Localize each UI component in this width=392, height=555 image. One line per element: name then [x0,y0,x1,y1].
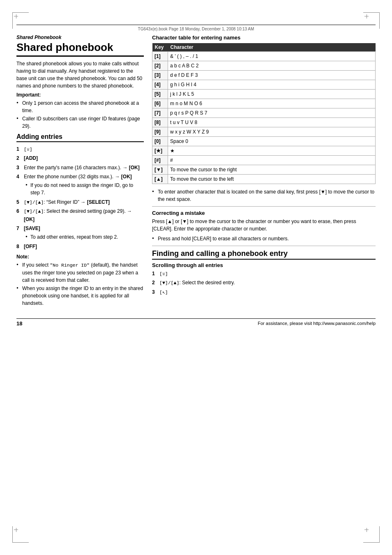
step-num-8: 8 [16,243,22,251]
char-table-char-11: # [168,156,376,165]
char-table-row-12: [▼]To move the cursor to the right [152,165,376,175]
char-table-key-2: [3] [152,71,168,80]
char-table-key-0: [1] [152,52,168,61]
step-4-bullet: If you do not need to assign the ringer … [25,182,144,196]
char-note: To enter another character that is locat… [152,188,376,203]
char-table-key-13: [▲] [152,175,168,184]
step-num-1: 1 [16,145,22,153]
char-table-header-char: Character [168,43,376,52]
scroll-step-1: 1 [☏] [152,270,376,278]
char-table-row-3: [4]g h i G H I 4 [152,80,376,90]
note-bullet-1: If you select "No Ringer ID" (default), … [16,261,144,283]
step-content-7: [SAVE] To add other entries, repeat from… [24,225,144,242]
important-bullet-1: Only 1 person can access the shared phon… [16,99,144,114]
scroll-step-2: 2 [▼]/[▲]: Select the desired entry. [152,279,376,287]
step-content-8: [OFF] [24,243,144,251]
char-table-char-8: w x y z W X Y Z 9 [168,127,376,137]
corner-mark-bl [12,526,29,543]
char-table-char-10: ★ [168,146,376,156]
note-label: Note: [16,254,144,260]
char-table-char-3: g h i G H I 4 [168,80,376,90]
char-table-key-12: [▼] [152,165,168,175]
correcting-bullets: Press and hold [CLEAR] to erase all char… [152,235,376,242]
step-content-2: [ADD] [24,154,144,162]
char-table-row-2: [3]d e f D E F 3 [152,71,376,80]
char-table-row-8: [9]w x y z W X Y Z 9 [152,127,376,137]
scroll-step-num-2: 2 [152,279,158,287]
step-2: 2 [ADD] [16,154,144,162]
step-content-1: [☏] [24,145,144,153]
char-table-row-10: [★]★ [152,146,376,156]
step-7-bullet: To add other entries, repeat from step 2… [25,233,144,241]
char-table-char-2: d e f D E F 3 [168,71,376,80]
footer: 18 For assistance, please visit http://w… [16,318,376,327]
char-table-key-11: [#] [152,156,168,165]
char-table-key-9: [0] [152,137,168,146]
scroll-step-num-1: 1 [152,270,158,278]
intro-text: The shared phonebook allows you to make … [16,60,144,90]
step-num-4: 4 [16,173,22,197]
char-table-char-4: j k l J K L 5 [168,90,376,99]
step-1: 1 [☏] [16,145,144,153]
important-bullets: Only 1 person can access the shared phon… [16,99,144,130]
content-area: Shared Phonebook Shared phonebook The sh… [16,35,376,310]
char-table-row-7: [8]t u v T U V 8 [152,118,376,127]
step-7: 7 [SAVE] To add other entries, repeat fr… [16,225,144,242]
scroll-step-content-2: [▼]/[▲]: Select the desired entry. [159,279,376,287]
char-table-char-0: & ’ ( ) , – . / 1 [168,52,376,61]
correcting-text: Press [▲] or [▼] to move the cursor to t… [152,218,376,233]
char-table-header-key: Key [152,43,168,52]
char-table-row-11: [#]# [152,156,376,165]
adding-entries-title: Adding entries [16,133,144,142]
divider-1 [152,206,376,207]
step-8: 8 [OFF] [16,243,144,251]
char-note-list: To enter another character that is locat… [152,188,376,203]
step-3: 3 Enter the party's name (16 characters … [16,164,144,172]
step-num-5: 5 [16,198,22,206]
char-table-char-9: Space 0 [168,137,376,146]
char-table-char-6: p q r s P Q R S 7 [168,108,376,118]
scrolling-title: Scrolling through all entries [152,262,376,268]
step-4: 4 Enter the phone number (32 digits max.… [16,173,144,197]
char-table-key-10: [★] [152,146,168,156]
meta-line: TG643x(e).book Page 18 Monday, December … [16,25,376,31]
scrolling-steps: 1 [☏] 2 [▼]/[▲]: Select the desired entr… [152,270,376,296]
step-num-3: 3 [16,164,22,172]
char-table-key-5: [6] [152,99,168,108]
char-table-char-1: a b c A B C 2 [168,61,376,71]
step-content-3: Enter the party's name (16 characters ma… [24,164,144,172]
note-section: Note: If you select "No Ringer ID" (defa… [16,254,144,306]
char-table-key-7: [8] [152,118,168,127]
section-header: Shared Phonebook [16,35,144,40]
char-table-char-7: t u v T U V 8 [168,118,376,127]
char-table-key-1: [2] [152,61,168,71]
important-label: Important: [16,92,144,98]
char-table-key-6: [7] [152,108,168,118]
char-table-title: Character table for entering names [152,35,376,41]
note-bullet-2: When you assign the ringer ID to an entr… [16,285,144,307]
page-outer: TG643x(e).book Page 18 Monday, December … [0,0,392,555]
char-table-key-3: [4] [152,80,168,90]
steps-list: 1 [☏] 2 [ADD] 3 Enter the party's name (… [16,145,144,251]
scroll-step-content-1: [☏] [159,270,376,278]
char-table-row-6: [7]p q r s P Q R S 7 [152,108,376,118]
step-num-2: 2 [16,154,22,162]
step-content-5: [▼]/[▲]: “Set Ringer ID” → [SELECT] [24,198,144,206]
char-table: Key Character [1]& ’ ( ) , – . / 1[2]a b… [152,43,376,184]
important-bullet-2: Caller ID subscribers can use ringer ID … [16,115,144,130]
step-num-6: 6 [16,207,22,223]
char-table-char-13: To move the cursor to the left [168,175,376,184]
scroll-step-3: 3 [↖] [152,288,376,296]
step-5: 5 [▼]/[▲]: “Set Ringer ID” → [SELECT] [16,198,144,206]
divider-2 [152,246,376,246]
finding-title: Finding and calling a phonebook entry [152,249,376,260]
scroll-step-content-3: [↖] [159,288,376,296]
left-column: Shared Phonebook Shared phonebook The sh… [16,35,144,310]
char-table-char-12: To move the cursor to the right [168,165,376,175]
main-title: Shared phonebook [16,41,144,57]
step-num-7: 7 [16,225,22,242]
char-table-row-1: [2]a b c A B C 2 [152,61,376,71]
correcting-bullet: Press and hold [CLEAR] to erase all char… [152,235,376,242]
char-table-char-5: m n o M N O 6 [168,99,376,108]
corner-mark-tl [12,12,29,29]
